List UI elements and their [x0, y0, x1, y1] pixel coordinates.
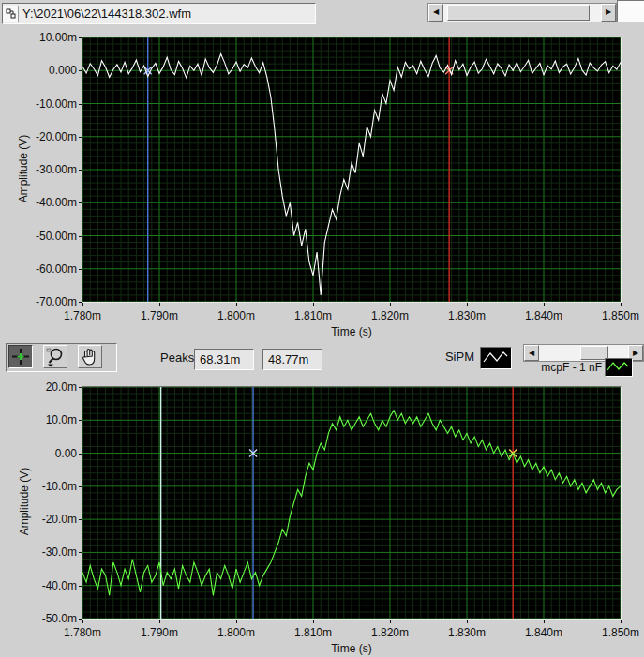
y-tick-mark	[79, 420, 82, 421]
zoom-tool-button[interactable]	[43, 345, 67, 368]
y-tick-mark	[79, 104, 82, 105]
x-tick-label: 1.850m	[598, 309, 643, 322]
y-tick-label: 0.000	[2, 64, 77, 77]
y-tick-label: -30.00m	[2, 163, 77, 176]
y-tick-mark	[79, 486, 82, 487]
y-tick-label: 0.00	[2, 447, 77, 460]
scrollbar-thumb[interactable]	[447, 5, 590, 21]
x-tick-mark	[467, 620, 468, 623]
y-tick-mark	[79, 170, 82, 171]
y-tick-mark	[79, 387, 82, 388]
x-tick-label: 1.790m	[137, 309, 182, 322]
bottom-x-axis-label: Time (s)	[258, 642, 445, 655]
y-tick-mark	[79, 236, 82, 237]
y-tick-label: -60.00m	[2, 262, 77, 276]
y-tick-label: 10.00m	[2, 31, 77, 44]
path-type-icon	[3, 6, 19, 22]
peak-value-1[interactable]: 68.31m	[194, 349, 254, 370]
x-tick-label: 1.830m	[444, 309, 489, 322]
pan-tool-button[interactable]	[78, 345, 102, 368]
x-tick-mark	[544, 303, 545, 306]
y-tick-mark	[79, 269, 82, 270]
file-path-value[interactable]: Y:\2021\06\22\144318.302.wfm	[19, 7, 191, 21]
y-tick-label: -20.00m	[2, 130, 77, 143]
file-path-control[interactable]: Y:\2021\06\22\144318.302.wfm	[2, 3, 316, 24]
y-tick-label: -50.00m	[2, 230, 77, 243]
y-tick-mark	[79, 519, 82, 520]
x-tick-label: 1.830m	[444, 626, 489, 639]
scroll-right-icon[interactable]: ▶	[601, 4, 616, 22]
x-tick-label: 1.810m	[291, 626, 336, 639]
y-tick-label: -50.0m	[2, 612, 77, 625]
y-tick-mark	[79, 37, 82, 38]
x-tick-label: 1.840m	[521, 309, 566, 322]
top-plot-area[interactable]	[82, 37, 622, 303]
y-tick-label: -10.00m	[2, 97, 77, 111]
scroll-left-icon[interactable]: ◀	[428, 4, 443, 22]
x-tick-mark	[236, 303, 237, 306]
x-tick-mark	[544, 620, 545, 623]
x-tick-mark	[159, 620, 160, 623]
x-tick-mark	[82, 620, 83, 623]
waveform-canvas[interactable]	[82, 37, 621, 302]
y-tick-mark	[79, 552, 82, 553]
y-tick-mark	[79, 454, 82, 455]
x-tick-mark	[467, 303, 468, 306]
y-tick-label: -20.0m	[2, 513, 77, 526]
x-tick-label: 1.780m	[60, 626, 105, 639]
x-tick-label: 1.790m	[137, 626, 182, 639]
top-x-axis-label: Time (s)	[258, 325, 445, 338]
x-tick-label: 1.820m	[367, 309, 412, 322]
y-tick-mark	[79, 137, 82, 138]
y-tick-label: -10.0m	[2, 480, 77, 493]
y-tick-mark	[79, 586, 82, 587]
y-tick-label: -70.00m	[2, 295, 77, 308]
legend-sipm-label[interactable]: SiPM	[420, 350, 474, 364]
x-tick-mark	[313, 620, 314, 623]
x-tick-label: 1.800m	[214, 626, 259, 639]
y-tick-label: 10.0m	[2, 413, 77, 426]
legend-mcp-line-sample[interactable]	[605, 358, 633, 377]
scroll-left-icon[interactable]: ◀	[524, 345, 539, 361]
waveform-canvas[interactable]	[82, 387, 621, 619]
x-tick-label: 1.840m	[521, 626, 566, 639]
bottom-plot-area[interactable]	[82, 386, 622, 620]
x-tick-mark	[82, 303, 83, 306]
x-tick-label: 1.850m	[598, 626, 643, 639]
y-tick-mark	[79, 202, 82, 203]
y-tick-label: -30.0m	[2, 545, 77, 559]
x-tick-mark	[621, 620, 622, 623]
legend-mcp-label[interactable]: mcpF - 1 nF	[531, 361, 602, 374]
y-tick-label: 20.0m	[2, 381, 77, 394]
graph-tool-palette	[6, 343, 117, 372]
y-tick-mark	[79, 70, 82, 71]
x-tick-mark	[236, 620, 237, 623]
file-scrollbar[interactable]: ◀ ▶	[427, 3, 617, 22]
y-tick-label: -40.0m	[2, 579, 77, 592]
x-tick-mark	[313, 303, 314, 306]
labview-front-panel: Y:\2021\06\22\144318.302.wfm ◀ ▶ Amplitu…	[0, 0, 644, 657]
x-tick-label: 1.780m	[60, 309, 105, 322]
x-tick-mark	[390, 303, 391, 306]
x-tick-mark	[390, 620, 391, 623]
cursor-move-tool-button[interactable]	[8, 345, 33, 368]
x-tick-label: 1.820m	[367, 626, 412, 639]
peak-value-2[interactable]: 48.77m	[262, 349, 322, 370]
x-tick-mark	[159, 303, 160, 306]
x-tick-label: 1.810m	[291, 309, 336, 322]
corner-indicator-box	[617, 0, 644, 22]
peaks-label: Peaks	[160, 351, 194, 365]
y-tick-label: -40.00m	[2, 196, 77, 209]
x-tick-label: 1.800m	[214, 309, 259, 322]
legend-sipm-line-sample[interactable]	[480, 347, 512, 369]
x-tick-mark	[621, 303, 622, 306]
